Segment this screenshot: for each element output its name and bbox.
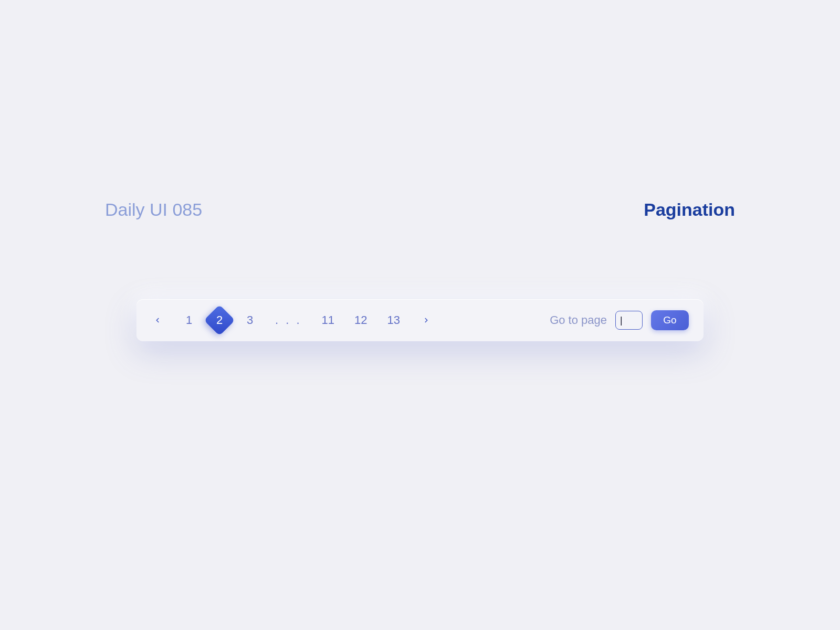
page-list: 1 2 3 . . . 11 12 13	[151, 313, 433, 327]
chevron-left-icon[interactable]	[151, 314, 164, 327]
go-to-page-label: Go to page	[550, 313, 607, 327]
go-to-page-input[interactable]	[615, 311, 643, 330]
go-to-page-section: Go to page Go	[550, 310, 689, 330]
page-12[interactable]: 12	[354, 313, 367, 327]
go-button[interactable]: Go	[651, 310, 689, 330]
page-ellipsis: . . .	[275, 313, 302, 327]
header-left-title: Daily UI 085	[105, 200, 202, 220]
page-1[interactable]: 1	[184, 313, 194, 327]
page-13[interactable]: 13	[387, 313, 400, 327]
header-right-title: Pagination	[644, 200, 735, 220]
pagination-bar: 1 2 3 . . . 11 12 13 Go to page Go	[136, 299, 704, 341]
page-11[interactable]: 11	[322, 313, 334, 327]
page-2-active[interactable]: 2	[214, 313, 225, 327]
header: Daily UI 085 Pagination	[105, 200, 735, 220]
chevron-right-icon[interactable]	[420, 314, 433, 327]
page-3[interactable]: 3	[245, 313, 255, 327]
